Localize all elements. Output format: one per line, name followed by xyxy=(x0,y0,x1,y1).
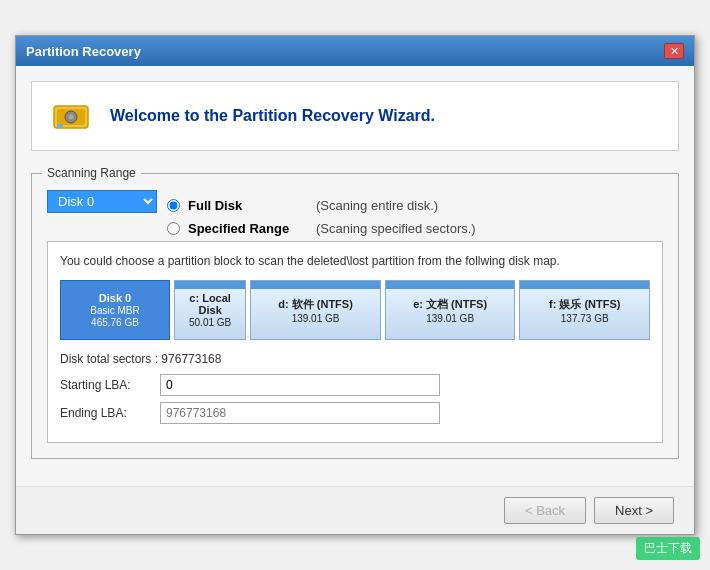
disk-block-sub1-0: Basic MBR xyxy=(90,305,139,316)
full-disk-radio[interactable] xyxy=(167,199,180,212)
disk-block-sub2-0: 465.76 GB xyxy=(91,317,139,328)
footer: < Back Next > xyxy=(16,486,694,534)
disk-block-sub2-3: 139.01 GB xyxy=(426,313,474,324)
title-bar-buttons: ✕ xyxy=(664,43,684,59)
disk-map-visual: Disk 0 Basic MBR 465.76 GB c: Local Disk… xyxy=(60,280,650,340)
scanning-range-group: Scanning Range Disk 0 Disk 1 Disk 2 Full… xyxy=(31,166,679,459)
ending-lba-row: Ending LBA: xyxy=(60,402,650,424)
disk-block-name-3: e: 文档 (NTFS) xyxy=(413,297,487,312)
disk-block-disk0[interactable]: Disk 0 Basic MBR 465.76 GB xyxy=(60,280,170,340)
back-button[interactable]: < Back xyxy=(504,497,586,524)
specified-range-radio-label[interactable]: Specified Range (Scaning specified secto… xyxy=(167,221,663,236)
disk-map-info: You could choose a partition block to sc… xyxy=(60,254,650,268)
specified-range-radio[interactable] xyxy=(167,222,180,235)
disk-block-d[interactable]: d: 软件 (NTFS) 139.01 GB xyxy=(250,280,381,340)
disk-map-panel: You could choose a partition block to sc… xyxy=(47,241,663,443)
disk-total-sectors: Disk total sectors : 976773168 xyxy=(60,352,650,366)
disk-block-name-1: c: Local Disk xyxy=(181,292,239,316)
title-bar: Partition Recovery ✕ xyxy=(16,36,694,66)
starting-lba-row: Starting LBA: xyxy=(60,374,650,396)
disk-block-sub2-1: 50.01 GB xyxy=(189,317,231,328)
watermark: 巴士下载 xyxy=(636,537,700,560)
full-disk-radio-label[interactable]: Full Disk (Scaning entire disk.) xyxy=(167,198,438,213)
header-section: Welcome to the Partition Recovery Wizard… xyxy=(31,81,679,151)
disk-select[interactable]: Disk 0 Disk 1 Disk 2 xyxy=(47,190,157,213)
header-title: Welcome to the Partition Recovery Wizard… xyxy=(110,107,435,125)
wizard-icon xyxy=(47,92,95,140)
window-title: Partition Recovery xyxy=(26,44,141,59)
specified-range-label: Specified Range xyxy=(188,221,308,236)
full-disk-desc: (Scaning entire disk.) xyxy=(316,198,438,213)
disk-block-name-2: d: 软件 (NTFS) xyxy=(278,297,353,312)
ending-lba-label: Ending LBA: xyxy=(60,406,150,420)
window-content: Welcome to the Partition Recovery Wizard… xyxy=(16,66,694,486)
main-window: Partition Recovery ✕ Welcome to the Part… xyxy=(15,35,695,535)
starting-lba-label: Starting LBA: xyxy=(60,378,150,392)
full-disk-label: Full Disk xyxy=(188,198,308,213)
starting-lba-input[interactable] xyxy=(160,374,440,396)
disk-block-c[interactable]: c: Local Disk 50.01 GB xyxy=(174,280,246,340)
disk-block-f[interactable]: f: 娱乐 (NTFS) 137.73 GB xyxy=(519,280,650,340)
scanning-range-legend: Scanning Range xyxy=(42,166,141,180)
disk-block-sub2-2: 139.01 GB xyxy=(292,313,340,324)
svg-point-3 xyxy=(69,115,74,120)
next-button[interactable]: Next > xyxy=(594,497,674,524)
disk-block-name-4: f: 娱乐 (NTFS) xyxy=(549,297,620,312)
disk-block-e[interactable]: e: 文档 (NTFS) 139.01 GB xyxy=(385,280,516,340)
svg-rect-4 xyxy=(57,124,63,127)
specified-range-desc: (Scaning specified sectors.) xyxy=(316,221,476,236)
disk-block-sub2-4: 137.73 GB xyxy=(561,313,609,324)
disk-block-name-0: Disk 0 xyxy=(99,292,131,304)
close-button[interactable]: ✕ xyxy=(664,43,684,59)
ending-lba-input[interactable] xyxy=(160,402,440,424)
dropdown-fullDisk-row: Disk 0 Disk 1 Disk 2 Full Disk (Scaning … xyxy=(47,190,663,213)
